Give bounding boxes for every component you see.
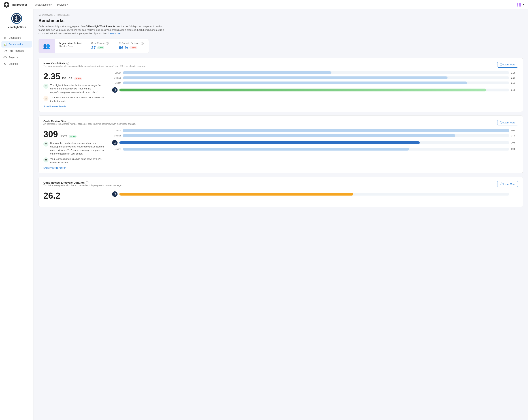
metric-right: Lower 400 Median 345 — [112, 129, 518, 169]
bar-row: Median 2.10 — [112, 76, 518, 79]
breadcrumb: MoonlightWork / Benchmarks — [38, 14, 523, 16]
metric-body: 2.35 issues ↓6.5% ⚖ The higher this numb… — [43, 71, 518, 108]
org-bar-fill — [119, 141, 420, 144]
bar-fill — [123, 129, 509, 132]
org-bar-fill — [119, 193, 353, 196]
metric-title: Code Review Lifecycle Duration i — [43, 181, 122, 184]
top-nav: _pullrequest Organizations ▾ Projects ▾ … — [0, 0, 528, 9]
projects-icon: </> — [4, 56, 7, 59]
insight-icon: ⚖ — [43, 96, 48, 101]
sidebar-item-pull-requests[interactable]: ⎇ Pull Requests — [1, 47, 32, 54]
metric-insights: ⚖ The higher this number is, the more va… — [43, 83, 105, 108]
metric-title: Issue Catch Rate i — [43, 62, 146, 65]
commits-badge: ↓4.8% — [130, 46, 137, 49]
main-content: MoonlightWork / Benchmarks Benchmarks Co… — [34, 9, 528, 420]
sidebar-label-pull-requests: Pull Requests — [9, 49, 24, 52]
insight-icon: ⚖ — [43, 157, 48, 163]
sidebar-item-dashboard[interactable]: ⊞ Dashboard — [1, 35, 32, 41]
metric-main-value: 309 lines ↑8.5% — [43, 129, 105, 139]
bar-label: Upper — [112, 82, 121, 84]
learn-more-button[interactable]: ⓘ Learn More — [497, 120, 518, 125]
bar-label: Median — [112, 134, 121, 137]
metric-unit: issues — [62, 76, 72, 80]
grid-icon[interactable] — [517, 3, 521, 7]
nav-organizations[interactable]: Organizations ▾ — [33, 2, 54, 7]
bar-value: 345 — [511, 134, 518, 137]
chevron-down-icon: ▾ — [65, 105, 66, 108]
insight-icon: ⚖ — [43, 141, 48, 147]
metric-badge: ↓6.5% — [74, 77, 82, 80]
info-icon: ⓘ — [500, 63, 503, 66]
bar-fill — [123, 134, 455, 137]
info-icon: i — [86, 181, 88, 184]
metric-main-value: 26.2 — [43, 191, 105, 201]
metric-body: 26.2 — [43, 191, 518, 203]
bar-fill — [123, 76, 447, 79]
org-bar-row: 2.35 — [112, 87, 518, 93]
learn-more-button[interactable]: ⓘ Learn More — [497, 62, 518, 68]
org-bar-track — [119, 141, 509, 144]
code-reviews-label: Code Reviews — [91, 42, 105, 45]
org-avatar-bar — [112, 87, 118, 93]
avatar — [11, 13, 22, 24]
insight-text: Your team's change size has gone down by… — [50, 157, 105, 164]
metric-badge: ↑8.5% — [69, 135, 77, 138]
code-reviews-badge: ↑10% — [97, 46, 104, 49]
metric-main-value: 2.35 issues ↓6.5% — [43, 71, 105, 81]
learn-more-button[interactable]: ⓘ Learn More — [497, 181, 518, 187]
show-previous-period[interactable]: Show Previous Period ▾ — [43, 167, 105, 169]
cohort-code-reviews: Code Reviews i 27 ↑10% — [86, 39, 114, 53]
bar-label: Upper — [112, 148, 121, 150]
settings-icon: ⚙ — [4, 62, 7, 65]
nav-chevron-icon[interactable]: ▾ — [523, 3, 524, 6]
insight-row: ⚖ Your team's change size has gone down … — [43, 157, 105, 164]
org-name: MoonlightWork — [7, 26, 26, 29]
metric-desc: This is the average duration that a code… — [43, 184, 122, 187]
info-icon: ⓘ — [500, 182, 503, 186]
metric-insights: ⚖ Keeping this number low can speed up y… — [43, 141, 105, 169]
metric-card-issue-catch-rate: Issue Catch Rate i The average number of… — [38, 58, 523, 112]
cohort-label: Organization Cohort — [59, 42, 82, 45]
bar-value: 400 — [511, 129, 518, 132]
metric-title-area: Code Review Size i An estimate of the av… — [43, 120, 136, 128]
logo[interactable]: _pullrequest — [4, 2, 27, 8]
logo-text: _pullrequest — [11, 3, 27, 6]
bar-track — [123, 71, 509, 74]
metric-card-code-review-lifecycle: Code Review Lifecycle Duration i This is… — [38, 177, 523, 207]
bar-value: 298 — [511, 148, 518, 150]
bar-label: Lower — [112, 71, 121, 74]
chevron-down-icon: ▾ — [51, 4, 52, 6]
metric-title-area: Issue Catch Rate i The average number of… — [43, 62, 146, 71]
metric-left: 26.2 — [43, 191, 105, 203]
insight-icon: ⚖ — [43, 84, 48, 89]
bar-track — [123, 82, 509, 84]
cohort-commits: % Commits Reviewed i 96 % ↓4.8% — [114, 39, 149, 53]
info-icon: i — [68, 120, 70, 123]
metric-left: 2.35 issues ↓6.5% ⚖ The higher this numb… — [43, 71, 105, 108]
bar-fill — [123, 71, 331, 74]
org-bar-value: 309 — [511, 141, 518, 144]
metric-header: Code Review Size i An estimate of the av… — [43, 120, 518, 128]
commits-label: % Commits Reviewed — [119, 42, 140, 45]
nav-right: ▾ — [517, 3, 524, 7]
org-bar-track — [119, 193, 509, 196]
show-previous-period[interactable]: Show Previous Period ▾ — [43, 105, 105, 108]
metric-card-code-review-size: Code Review Size i An estimate of the av… — [38, 116, 523, 173]
breadcrumb-separator: / — [54, 14, 56, 16]
breadcrumb-org[interactable]: MoonlightWork — [38, 14, 53, 16]
learn-more-link[interactable]: Learn more — [108, 32, 120, 35]
bar-track — [123, 76, 509, 79]
insight-row: ⚖ Keeping this number low can speed up y… — [43, 141, 105, 155]
sidebar-item-settings[interactable]: ⚙ Settings — [1, 60, 32, 67]
sidebar-item-benchmarks[interactable]: 📊 Benchmarks — [1, 41, 32, 47]
org-info: MoonlightWork — [0, 13, 33, 32]
org-avatar-bar — [112, 191, 118, 197]
bar-label: Lower — [112, 129, 121, 132]
sidebar-label-benchmarks: Benchmarks — [9, 43, 23, 46]
org-bar-value: 2.35 — [511, 89, 518, 91]
metrics-container: Issue Catch Rate i The average number of… — [38, 58, 523, 207]
nav-projects[interactable]: Projects ▾ — [55, 2, 70, 7]
metric-body: 309 lines ↑8.5% ⚖ Keeping this number lo… — [43, 129, 518, 169]
sidebar-item-projects[interactable]: </> Projects — [1, 54, 32, 60]
bar-row: Upper 298 — [112, 148, 518, 151]
